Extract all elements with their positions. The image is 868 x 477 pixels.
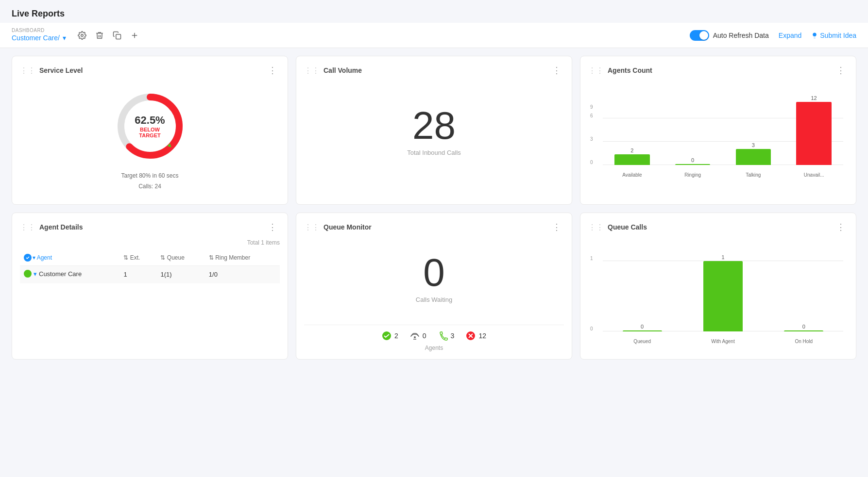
call-volume-menu-button[interactable]: ⋮ <box>549 64 564 77</box>
svg-rect-1 <box>116 34 121 39</box>
bulb-icon <box>811 32 818 39</box>
col-queue-label: Queue <box>167 254 185 261</box>
call-volume-number: 28 <box>412 106 456 145</box>
queue-stat-unavailable: 12 <box>466 331 486 341</box>
agent-details-widget: ⋮⋮ Agent Details ⋮ Total 1 items ▾ Agent <box>12 213 288 360</box>
qc-bar-with-agent <box>703 261 743 331</box>
queue-monitor-header: ⋮⋮ Queue Monitor ⋮ <box>304 221 564 233</box>
service-level-status: BELOW TARGET <box>131 127 170 138</box>
agent-details-header: ⋮⋮ Agent Details ⋮ <box>20 221 280 233</box>
queue-calls-chart: 0 1 0 1 0 <box>588 239 848 346</box>
add-icon-button[interactable] <box>128 29 141 42</box>
auto-refresh-switch[interactable] <box>690 30 709 41</box>
dashboard-select-button[interactable]: Customer Care/ ▾ <box>12 33 66 43</box>
bars-area: 2 0 3 12 <box>603 92 843 165</box>
queue-stats-row: 2 0 3 <box>304 325 564 341</box>
agent-group-row: ▾ Customer Care 1 1(1) 1/0 <box>20 266 280 283</box>
queue-calls-menu-button[interactable]: ⋮ <box>834 221 848 233</box>
queue-calls-waiting-number: 0 <box>423 253 445 292</box>
svg-point-8 <box>414 336 416 338</box>
col-header-ring-member: ⇅ Ring Member <box>205 250 280 266</box>
drag-handle-icon: ⋮⋮ <box>20 223 35 232</box>
queue-calls-widget: ⋮⋮ Queue Calls ⋮ 0 1 0 1 <box>580 213 856 360</box>
queue-calls-waiting-label: Calls Waiting <box>416 296 452 303</box>
queue-agents-label: Agents <box>304 345 564 351</box>
call-volume-header: ⋮⋮ Call Volume ⋮ <box>304 64 564 77</box>
service-level-menu-button[interactable]: ⋮ <box>265 64 280 77</box>
call-volume-widget: ⋮⋮ Call Volume ⋮ 28 Total Inbound Calls <box>296 56 572 205</box>
auto-refresh-label: Auto Refresh Data <box>713 32 769 39</box>
service-level-widget: ⋮⋮ Service Level ⋮ 62.5% BELOW TARGET <box>12 56 288 205</box>
page-title: Live Reports <box>12 9 856 19</box>
auto-refresh-toggle: Auto Refresh Data <box>690 30 769 41</box>
qc-bar-group-with-agent: 1 <box>683 254 762 331</box>
agent-name: Customer Care <box>39 270 82 278</box>
copy-icon-button[interactable] <box>111 29 123 42</box>
donut-chart: 62.5% BELOW TARGET <box>111 87 189 165</box>
qc-bar-on-hold <box>784 330 823 331</box>
qc-bar-value-with-agent: 1 <box>721 254 724 260</box>
bar-group-talking: 3 <box>724 142 783 165</box>
bar-label-ringing: Ringing <box>664 172 722 178</box>
qc-bar-label-on-hold: On Hold <box>765 339 843 344</box>
agent-table-body: ▾ Customer Care 1 1(1) 1/0 <box>20 266 280 283</box>
plus-icon <box>130 31 139 40</box>
agents-count-header: ⋮⋮ Agents Count ⋮ <box>588 64 848 77</box>
drag-handle-icon: ⋮⋮ <box>588 66 604 75</box>
agent-table-header-row: ▾ Agent ⇅ Ext. ⇅ Queue ⇅ Ring Member <box>20 250 280 266</box>
queue-stat-ringing-value: 0 <box>423 332 426 340</box>
queue-monitor-title: Queue Monitor <box>323 223 372 231</box>
submit-idea-button[interactable]: Submit Idea <box>811 32 856 39</box>
y-label-9: 9 <box>590 104 593 110</box>
col-agent-label: ▾ Agent <box>33 254 52 261</box>
qc-bar-group-on-hold: 0 <box>765 324 843 331</box>
dashboard-selector: DASHBOARD Customer Care/ ▾ <box>12 28 66 43</box>
delete-icon-button[interactable] <box>93 29 106 42</box>
qc-bar-label-with-agent: With Agent <box>683 339 762 344</box>
agent-ring-member-cell: 1/0 <box>205 266 280 283</box>
col-header-queue: ⇅ Queue <box>156 250 204 266</box>
expand-button[interactable]: Expand <box>779 32 801 39</box>
dashboard-name: Customer Care/ <box>12 34 60 42</box>
agent-queue-cell: 1(1) <box>156 266 204 283</box>
call-volume-label: Total Inbound Calls <box>407 149 461 156</box>
qc-bar-group-queued: 0 <box>603 324 681 331</box>
service-level-percentage: 62.5% <box>131 114 170 127</box>
queue-stat-talking-value: 3 <box>451 332 455 340</box>
queue-monitor-widget: ⋮⋮ Queue Monitor ⋮ 0 Calls Waiting 2 <box>296 213 572 360</box>
qc-bar-value-on-hold: 0 <box>802 324 805 329</box>
top-widgets-grid: ⋮⋮ Service Level ⋮ 62.5% BELOW TARGET <box>0 48 868 213</box>
queue-stat-talking: 3 <box>438 331 455 341</box>
toolbar-right: Auto Refresh Data Expand Submit Idea <box>690 30 856 41</box>
agent-status-indicator <box>24 270 32 278</box>
bar-value-unavailable: 12 <box>811 95 817 101</box>
qc-bars-area: 0 1 0 <box>603 249 843 331</box>
queue-stat-available: 2 <box>382 331 398 341</box>
bar-available <box>614 154 649 165</box>
agent-details-menu-button[interactable]: ⋮ <box>265 221 280 233</box>
checkmark-icon <box>25 255 30 260</box>
bar-value-available: 2 <box>630 148 633 153</box>
bar-ringing <box>675 164 710 165</box>
agent-chevron-icon: ▾ <box>34 270 37 278</box>
bar-label-available: Available <box>603 172 662 178</box>
service-level-header: ⋮⋮ Service Level ⋮ <box>20 64 280 77</box>
qc-bar-label-queued: Queued <box>603 339 681 344</box>
col-filter-icon[interactable] <box>24 254 32 262</box>
toolbar-icons <box>76 29 141 42</box>
bar-value-talking: 3 <box>752 142 755 148</box>
bar-value-ringing: 0 <box>691 157 694 163</box>
trash-icon <box>95 31 104 40</box>
service-level-title: Service Level <box>39 66 83 74</box>
settings-icon-button[interactable] <box>76 29 88 42</box>
gear-icon <box>78 31 86 40</box>
agents-count-menu-button[interactable]: ⋮ <box>834 64 848 77</box>
toolbar: DASHBOARD Customer Care/ ▾ <box>0 23 868 48</box>
call-volume-title: Call Volume <box>323 66 362 74</box>
ringing-icon <box>410 331 420 341</box>
qc-bar-labels-row: Queued With Agent On Hold <box>603 339 843 344</box>
queue-monitor-menu-button[interactable]: ⋮ <box>549 221 564 233</box>
agent-name-cell: ▾ Customer Care <box>20 266 119 283</box>
agent-ext-cell: 1 <box>119 266 156 283</box>
bottom-widgets-grid: ⋮⋮ Agent Details ⋮ Total 1 items ▾ Agent <box>0 213 868 367</box>
